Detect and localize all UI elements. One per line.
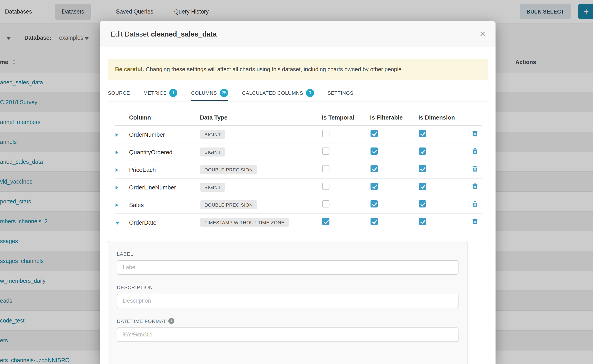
expand-caret-icon[interactable]: [116, 186, 118, 189]
is-temporal-checkbox[interactable]: [322, 130, 329, 137]
edit-dataset-modal: Edit Datasetcleaned_sales_data ✕ Be care…: [100, 21, 495, 364]
delete-icon[interactable]: [472, 166, 478, 172]
is-filterable-checkbox[interactable]: [370, 148, 378, 155]
label-input[interactable]: [117, 260, 459, 275]
is-temporal-checkbox[interactable]: [322, 183, 329, 190]
warning-bold: Be careful.: [115, 66, 144, 72]
expand-caret-icon[interactable]: [116, 133, 118, 137]
delete-icon[interactable]: [472, 130, 478, 137]
tab-label: SETTINGS: [327, 90, 353, 96]
is-filterable-checkbox[interactable]: [370, 200, 378, 208]
delete-icon[interactable]: [472, 201, 478, 207]
datetime-format-input[interactable]: [117, 327, 459, 342]
column-detail-panel: LABEL DESCRIPTION DATETIME FORMATi: [108, 241, 468, 364]
expand-caret-icon[interactable]: [116, 151, 118, 154]
tab-label: METRICS: [144, 90, 167, 96]
header-column: Column: [129, 114, 200, 121]
close-icon[interactable]: ✕: [480, 21, 486, 47]
is-temporal-checkbox[interactable]: [322, 148, 329, 155]
column-row: OrderLineNumber BIGINT: [115, 179, 481, 196]
is-temporal-checkbox[interactable]: [322, 218, 329, 225]
label-field-group: LABEL: [117, 251, 459, 275]
data-type-pill: DOUBLE PRECISION: [200, 165, 257, 174]
is-filterable-checkbox[interactable]: [370, 183, 378, 190]
tab-count-badge: 1: [170, 89, 178, 97]
data-type-pill: DOUBLE PRECISION: [200, 200, 257, 209]
modal-tab-bar: SOURCE METRICS1 COLUMNS25 CALCULATED COL…: [108, 86, 488, 102]
is-filterable-checkbox[interactable]: [370, 165, 378, 172]
header-is-temporal: Is Temporal: [322, 114, 370, 121]
column-row: PriceEach DOUBLE PRECISION: [115, 161, 481, 179]
modal-body: Be careful.Changing these settings will …: [100, 47, 495, 364]
tab-count-badge: 25: [220, 89, 228, 97]
is-dimension-checkbox[interactable]: [419, 130, 426, 137]
expand-caret-icon[interactable]: [116, 203, 118, 207]
header-is-dimension: Is Dimension: [418, 114, 468, 121]
datetime-format-field-label: DATETIME FORMATi: [117, 318, 459, 324]
description-input[interactable]: [117, 294, 459, 308]
column-name: PriceEach: [129, 166, 200, 173]
data-type-pill: BIGINT: [200, 183, 225, 192]
warning-banner: Be careful.Changing these settings will …: [108, 59, 488, 80]
is-dimension-checkbox[interactable]: [419, 148, 426, 155]
tab-label: CALCULATED COLUMNS: [242, 90, 303, 96]
tab-calculated-columns[interactable]: CALCULATED COLUMNS0: [242, 86, 314, 101]
column-row: QuantityOrdered BIGINT: [115, 143, 481, 161]
screen: Databases Datasets Saved Queries Query H…: [0, 0, 593, 364]
modal-title-prefix: Edit Dataset: [111, 30, 149, 38]
modal-title-dataset-name: cleaned_sales_data: [151, 30, 217, 38]
delete-icon[interactable]: [472, 183, 478, 189]
is-dimension-checkbox[interactable]: [419, 165, 426, 172]
is-filterable-checkbox[interactable]: [370, 218, 378, 225]
is-temporal-checkbox[interactable]: [322, 165, 329, 172]
datetime-format-field-group: DATETIME FORMATi: [117, 318, 459, 342]
description-field-group: DESCRIPTION: [117, 285, 459, 308]
column-name: OrderNumber: [129, 131, 200, 138]
data-type-pill: BIGINT: [200, 130, 225, 139]
expand-caret-icon[interactable]: [116, 168, 118, 172]
columns-table: Column Data Type Is Temporal Is Filterab…: [115, 110, 481, 231]
column-row: OrderNumber BIGINT: [115, 126, 481, 143]
column-name: OrderDate: [129, 219, 200, 226]
column-row: Sales DOUBLE PRECISION: [115, 196, 481, 214]
label-field-label: LABEL: [117, 251, 459, 257]
is-filterable-checkbox[interactable]: [370, 130, 378, 137]
tab-label: SOURCE: [108, 90, 130, 96]
column-name: Sales: [129, 202, 200, 208]
delete-icon[interactable]: [472, 218, 478, 225]
modal-title: Edit Datasetcleaned_sales_data: [111, 30, 217, 38]
header-data-type: Data Type: [200, 114, 322, 121]
tab-label: COLUMNS: [191, 90, 217, 96]
collapse-caret-icon[interactable]: [116, 222, 119, 225]
description-field-label: DESCRIPTION: [117, 285, 459, 290]
column-name: OrderLineNumber: [129, 184, 200, 191]
column-name: QuantityOrdered: [129, 149, 200, 155]
is-dimension-checkbox[interactable]: [419, 200, 426, 208]
tab-source[interactable]: SOURCE: [108, 86, 130, 101]
header-is-filterable: Is Filterable: [370, 114, 418, 121]
tab-settings[interactable]: SETTINGS: [327, 86, 353, 101]
is-temporal-checkbox[interactable]: [322, 200, 329, 208]
tab-columns[interactable]: COLUMNS25: [191, 86, 229, 101]
modal-header: Edit Datasetcleaned_sales_data ✕: [100, 21, 495, 47]
tab-count-badge: 0: [306, 89, 314, 97]
columns-table-header: Column Data Type Is Temporal Is Filterab…: [115, 110, 481, 126]
data-type-pill: BIGINT: [200, 148, 225, 156]
is-dimension-checkbox[interactable]: [419, 218, 426, 225]
is-dimension-checkbox[interactable]: [419, 183, 426, 190]
tab-metrics[interactable]: METRICS1: [144, 86, 178, 101]
warning-text: Changing these settings will affect all …: [146, 66, 403, 72]
info-icon[interactable]: i: [169, 318, 174, 324]
delete-icon[interactable]: [472, 148, 478, 154]
column-row-expanded: OrderDate TIMESTAMP WITHOUT TIME ZONE: [115, 214, 481, 231]
data-type-pill: TIMESTAMP WITHOUT TIME ZONE: [200, 218, 289, 227]
